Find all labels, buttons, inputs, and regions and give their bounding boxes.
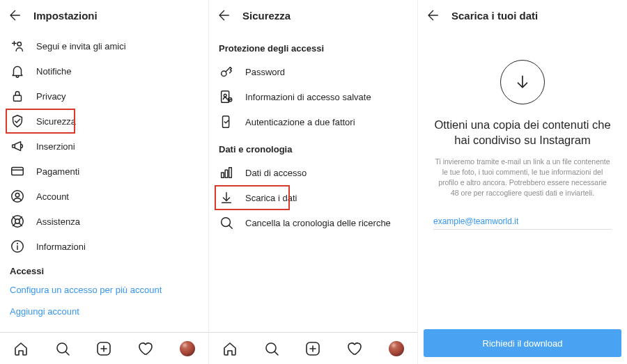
- svg-rect-28: [225, 170, 228, 177]
- security-list: Protezione degli accessi Password Inform…: [209, 31, 417, 332]
- bell-icon: [10, 63, 25, 79]
- email-field[interactable]: [433, 214, 612, 230]
- label: Scarica i dati: [245, 193, 408, 203]
- user-circle-icon: [10, 189, 25, 204]
- svg-line-35: [274, 351, 278, 355]
- label: Account: [36, 191, 199, 202]
- profile-nav-icon[interactable]: [387, 340, 405, 358]
- settings-item-privacy[interactable]: Privacy: [0, 84, 208, 109]
- settings-item-payments[interactable]: Pagamenti: [0, 159, 208, 184]
- lock-icon: [10, 88, 25, 104]
- label: Password: [245, 67, 408, 77]
- access-header: Accessi: [0, 259, 208, 279]
- megaphone-icon: [10, 139, 25, 154]
- header: Scarica i tuoi dati: [418, 0, 627, 31]
- svg-point-2: [17, 42, 22, 47]
- bottom-nav: [0, 332, 208, 364]
- svg-line-18: [65, 351, 69, 355]
- search-history-icon: [219, 215, 234, 230]
- svg-point-24: [224, 94, 226, 97]
- profile-nav-icon[interactable]: [178, 340, 196, 358]
- label: Notifiche: [36, 66, 199, 77]
- label: Autenticazione a due fattori: [245, 117, 408, 127]
- section-data-history: Dati e cronologia: [209, 134, 417, 160]
- label: Inserzioni: [36, 141, 199, 152]
- label: Informazioni di accesso salvate: [245, 92, 408, 102]
- shield-icon: [10, 113, 25, 129]
- settings-item-follow-invite[interactable]: Segui e invita gli amici: [0, 33, 208, 58]
- svg-rect-27: [222, 173, 224, 177]
- header: Sicurezza: [209, 0, 417, 31]
- bottom-nav: [209, 332, 417, 364]
- settings-screen: Impostazioni Segui e invita gli amici No…: [0, 0, 209, 364]
- back-icon[interactable]: [7, 8, 21, 22]
- settings-item-info[interactable]: Informazioni: [0, 234, 208, 259]
- saved-login-icon: [219, 89, 234, 104]
- svg-rect-26: [223, 116, 229, 128]
- svg-point-7: [15, 193, 20, 197]
- svg-line-12: [13, 223, 16, 225]
- home-icon[interactable]: [221, 340, 239, 358]
- card-icon: [10, 164, 25, 179]
- settings-item-help[interactable]: Assistenza: [0, 209, 208, 234]
- label: Segui e invita gli amici: [36, 41, 199, 52]
- add-account-link[interactable]: Aggiungi account: [0, 301, 208, 322]
- back-icon[interactable]: [216, 8, 230, 22]
- label: Informazioni: [36, 242, 199, 252]
- security-item-saved-login[interactable]: Informazioni di accesso salvate: [209, 84, 417, 109]
- download-icon: [219, 190, 234, 205]
- label: Sicurezza: [36, 116, 199, 127]
- svg-rect-3: [14, 95, 22, 101]
- download-heading: Ottieni una copia dei contenuti che hai …: [433, 117, 612, 148]
- two-factor-icon: [219, 114, 234, 129]
- download-data-screen: Scarica i tuoi dati Ottieni una copia de…: [418, 0, 627, 364]
- download-hero-icon: [500, 60, 545, 104]
- settings-item-ads[interactable]: Inserzioni: [0, 134, 208, 159]
- settings-item-notifications[interactable]: Notifiche: [0, 58, 208, 84]
- home-icon[interactable]: [12, 340, 30, 358]
- page-title: Scarica i tuoi dati: [451, 10, 538, 22]
- settings-item-account[interactable]: Account: [0, 184, 208, 209]
- svg-line-10: [13, 217, 16, 220]
- svg-rect-4: [12, 168, 24, 175]
- multi-account-link[interactable]: Configura un accesso per più account: [0, 279, 208, 301]
- settings-item-security[interactable]: Sicurezza: [0, 109, 208, 134]
- security-item-access-data[interactable]: Dati di accesso: [209, 160, 417, 185]
- label: Dati di accesso: [245, 168, 408, 178]
- new-post-icon[interactable]: [95, 340, 113, 358]
- page-title: Impostazioni: [33, 10, 98, 22]
- label: Pagamenti: [36, 166, 199, 177]
- svg-point-16: [17, 243, 18, 244]
- page-title: Sicurezza: [242, 10, 291, 22]
- settings-list: Segui e invita gli amici Notifiche Priva…: [0, 31, 208, 332]
- activity-icon[interactable]: [137, 340, 155, 358]
- key-icon: [219, 64, 234, 79]
- search-nav-icon[interactable]: [54, 340, 72, 358]
- bar-chart-icon: [219, 165, 234, 180]
- label: Privacy: [36, 91, 199, 102]
- add-friend-icon: [10, 38, 25, 54]
- download-content: Ottieni una copia dei contenuti che hai …: [418, 31, 627, 364]
- svg-line-13: [19, 223, 22, 225]
- security-item-password[interactable]: Password: [209, 59, 417, 84]
- label: Cancella la cronologia delle ricerche: [245, 218, 408, 228]
- info-icon: [10, 239, 25, 254]
- security-item-clear-history[interactable]: Cancella la cronologia delle ricerche: [209, 210, 417, 235]
- search-nav-icon[interactable]: [263, 340, 281, 358]
- download-description: Ti invieremo tramite e-mail un link a un…: [433, 157, 612, 199]
- request-download-button[interactable]: Richiedi il download: [424, 329, 621, 357]
- svg-line-33: [229, 225, 233, 229]
- section-login-protection: Protezione degli accessi: [209, 33, 417, 59]
- lifebuoy-icon: [10, 214, 25, 229]
- security-screen: Sicurezza Protezione degli accessi Passw…: [209, 0, 418, 364]
- header: Impostazioni: [0, 0, 208, 31]
- label: Assistenza: [36, 216, 199, 227]
- security-item-download-data[interactable]: Scarica i dati: [209, 185, 417, 210]
- activity-icon[interactable]: [346, 340, 364, 358]
- security-item-2fa[interactable]: Autenticazione a due fattori: [209, 109, 417, 134]
- svg-rect-29: [229, 168, 232, 178]
- back-icon[interactable]: [425, 8, 439, 22]
- svg-line-11: [19, 217, 22, 220]
- new-post-icon[interactable]: [304, 340, 322, 358]
